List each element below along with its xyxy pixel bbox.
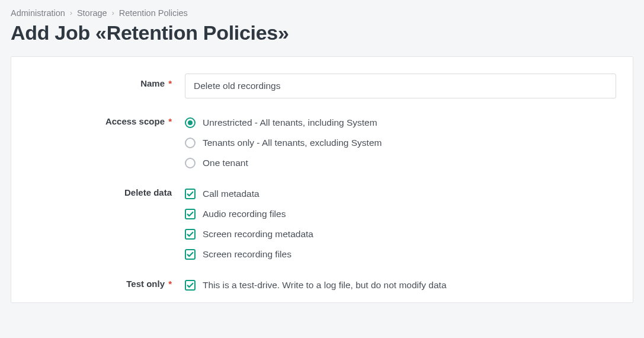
radio-label: One tenant <box>203 158 248 168</box>
chevron-right-icon: › <box>112 9 114 17</box>
checkbox-label: This is a test-drive. Write to a log fil… <box>203 280 447 291</box>
checkbox-audio-recording-files[interactable]: Audio recording files <box>185 209 616 219</box>
label-name: Name * <box>28 74 185 88</box>
radio-label: Unrestricted - All tenants, including Sy… <box>203 117 377 128</box>
label-test-only: Test only * <box>28 278 185 289</box>
required-marker: * <box>168 78 172 88</box>
checkbox-icon <box>185 249 196 260</box>
radio-icon <box>185 138 196 148</box>
radio-icon <box>185 117 196 128</box>
row-name: Name * <box>28 74 616 98</box>
required-marker: * <box>168 116 172 126</box>
checkbox-label: Call metadata <box>203 189 259 199</box>
checkbox-icon <box>185 280 196 291</box>
radio-access-unrestricted[interactable]: Unrestricted - All tenants, including Sy… <box>185 117 616 128</box>
radio-label: Tenants only - All tenants, excluding Sy… <box>203 138 382 148</box>
form-panel: Name * Access scope * Unrestricted - All… <box>11 56 633 303</box>
chevron-right-icon: › <box>70 9 72 17</box>
checkbox-label: Screen recording files <box>203 249 291 260</box>
page-title: Add Job «Retention Policies» <box>11 21 633 44</box>
checkbox-call-metadata[interactable]: Call metadata <box>185 189 616 199</box>
label-test-only-text: Test only <box>126 279 165 289</box>
row-delete-data: Delete data Call metadata Audio record <box>28 186 616 260</box>
label-delete-data: Delete data <box>28 186 185 197</box>
breadcrumb-retention-policies[interactable]: Retention Policies <box>119 8 188 18</box>
checkbox-label: Screen recording metadata <box>203 229 313 240</box>
breadcrumb: Administration › Storage › Retention Pol… <box>11 8 633 18</box>
checkbox-icon <box>185 189 196 199</box>
radio-access-one-tenant[interactable]: One tenant <box>185 158 616 168</box>
label-access-scope-text: Access scope <box>105 116 165 126</box>
breadcrumb-administration[interactable]: Administration <box>11 8 65 18</box>
required-marker: * <box>168 279 172 289</box>
checkbox-icon <box>185 209 196 219</box>
row-test-only: Test only * This is a test-drive. Write … <box>28 278 616 291</box>
checkbox-icon <box>185 229 196 240</box>
name-input[interactable] <box>185 74 616 98</box>
label-access-scope: Access scope * <box>28 115 185 126</box>
checkbox-screen-recording-files[interactable]: Screen recording files <box>185 249 616 260</box>
row-access-scope: Access scope * Unrestricted - All tenant… <box>28 115 616 168</box>
radio-access-tenants-only[interactable]: Tenants only - All tenants, excluding Sy… <box>185 138 616 148</box>
checkbox-label: Audio recording files <box>203 209 286 219</box>
label-name-text: Name <box>140 78 165 88</box>
checkbox-screen-recording-metadata[interactable]: Screen recording metadata <box>185 229 616 240</box>
radio-icon <box>185 158 196 168</box>
breadcrumb-storage[interactable]: Storage <box>77 8 107 18</box>
label-delete-data-text: Delete data <box>124 187 172 197</box>
checkbox-test-drive[interactable]: This is a test-drive. Write to a log fil… <box>185 280 616 291</box>
